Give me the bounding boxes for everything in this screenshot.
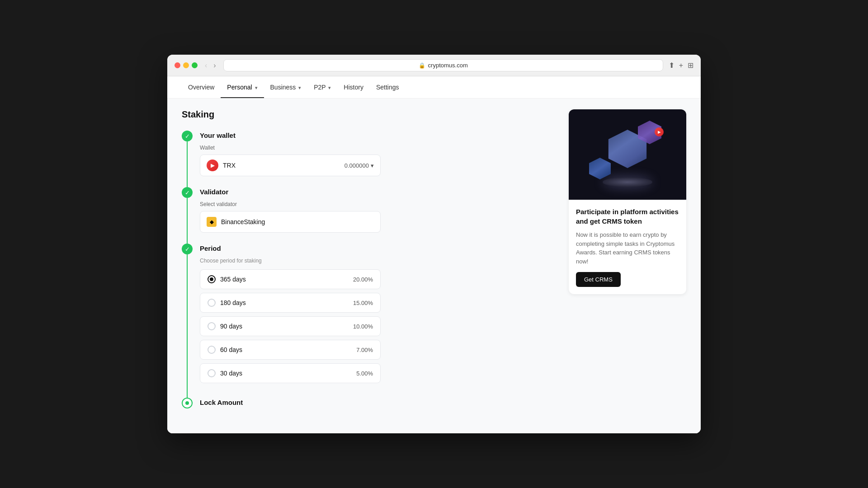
step-lock-left [182,398,193,422]
nav-p2p-label: P2P [314,84,326,91]
binance-icon: ◆ [207,217,217,227]
crypto-visual: ▶ [587,114,668,195]
lock-inner-dot [185,401,189,405]
share-icon[interactable]: ⬆ [669,61,675,70]
period-30-rate: 5.00% [356,370,373,377]
nav-p2p-arrow: ▾ [328,85,331,90]
address-bar[interactable]: 🔒 cryptomus.com [223,59,663,71]
step-validator-left: ✓ [182,187,193,244]
nav-p2p[interactable]: P2P ▾ [307,76,337,98]
browser-actions: ⬆ + ⊞ [669,61,693,70]
radio-365 [208,275,216,283]
period-30-label: 30 days [220,370,242,377]
step-wallet-line [187,141,188,187]
promo-title: Participate in platform activities and g… [576,207,679,226]
maximize-button[interactable] [192,62,198,68]
nav-business[interactable]: Business ▾ [264,76,308,98]
radio-180 [208,299,216,307]
step-wallet-title: Your wallet [200,131,554,139]
step-wallet: ✓ Your wallet Wallet ▶ TRX [182,131,554,187]
period-365-left: 365 days [208,275,246,283]
period-option-60[interactable]: 60 days 7.00% [200,340,381,360]
validator-field-label: Select validator [200,201,554,207]
step-validator-title: Validator [200,187,554,196]
step-period-title: Period [200,244,554,252]
step-period-line [187,254,188,398]
new-tab-icon[interactable]: + [679,61,683,70]
page-title: Staking [182,109,554,120]
wallet-name: TRX [223,162,236,169]
promo-card: ▶ Participate in platform activities and… [569,109,686,294]
validator-name: BinanceStaking [221,218,265,225]
step-validator-content: Validator Select validator ◆ BinanceStak… [200,187,554,244]
step-lock-title: Lock Amount [200,398,554,406]
promo-description: Now it is possible to earn crypto by com… [576,230,679,266]
crystal-platform [603,177,652,187]
wallet-balance: 0.000000 ▾ [344,162,374,169]
period-option-90[interactable]: 90 days 10.00% [200,316,381,336]
radio-90 [208,322,216,330]
minimize-button[interactable] [183,62,189,68]
browser-chrome: ‹ › 🔒 cryptomus.com ⬆ + ⊞ [167,55,701,76]
radio-60 [208,346,216,354]
period-60-left: 60 days [208,346,242,354]
browser-controls: ‹ › [203,61,218,70]
step-period-left: ✓ [182,244,193,398]
period-365-label: 365 days [220,276,246,283]
wallet-selector[interactable]: ▶ TRX 0.000000 ▾ [200,155,381,176]
step-validator: ✓ Validator Select validator ◆ BinanceSt… [182,187,554,244]
period-option-180[interactable]: 180 days 15.00% [200,293,381,313]
promo-image: ▶ [569,109,686,200]
step-period-content: Period Choose period for staking 365 day… [200,244,554,398]
period-60-label: 60 days [220,346,242,353]
close-button[interactable] [175,62,180,68]
nav-settings[interactable]: Settings [370,76,406,98]
promo-body: Participate in platform activities and g… [569,200,686,294]
get-crms-button[interactable]: Get CRMS [576,272,621,287]
nav-overview[interactable]: Overview [182,76,221,98]
period-180-rate: 15.00% [353,300,373,306]
step-wallet-left: ✓ [182,131,193,187]
step-lock-content: Lock Amount [200,398,554,422]
period-365-rate: 20.00% [353,276,373,283]
traffic-lights [175,62,198,68]
nav-personal[interactable]: Personal ▾ [221,76,264,98]
back-button[interactable]: ‹ [203,61,209,70]
period-description: Choose period for staking [200,258,554,264]
page-content: Overview Personal ▾ Business ▾ P2P ▾ His… [167,76,701,433]
step-validator-line [187,198,188,244]
step-validator-icon: ✓ [182,187,193,198]
period-30-left: 30 days [208,369,242,377]
period-180-label: 180 days [220,299,246,306]
step-period: ✓ Period Choose period for staking [182,244,554,398]
top-nav: Overview Personal ▾ Business ▾ P2P ▾ His… [167,76,701,99]
period-option-365[interactable]: 365 days 20.00% [200,269,381,289]
nav-history[interactable]: History [337,76,370,98]
validator-selector[interactable]: ◆ BinanceStaking [200,211,381,233]
nav-business-label: Business [270,84,296,91]
grid-icon[interactable]: ⊞ [688,61,693,70]
period-180-left: 180 days [208,299,246,307]
period-option-30[interactable]: 30 days 5.00% [200,363,381,383]
step-wallet-icon: ✓ [182,131,193,141]
lock-icon: 🔒 [419,62,425,69]
trx-icon: ▶ [207,160,218,171]
period-60-rate: 7.00% [356,347,373,353]
right-panel: ▶ Participate in platform activities and… [569,109,686,422]
wallet-dropdown-arrow: ▾ [371,162,374,169]
radio-365-inner [210,277,213,281]
nav-personal-arrow: ▾ [255,85,258,90]
forward-button[interactable]: › [212,61,217,70]
step-wallet-content: Your wallet Wallet ▶ TRX 0.000000 ▾ [200,131,554,187]
url-text: cryptomus.com [428,62,468,69]
radio-30 [208,369,216,377]
period-90-left: 90 days [208,322,242,330]
left-panel: Staking ✓ Your wallet Wallet [182,109,554,422]
step-lock-icon [182,398,193,408]
nav-business-arrow: ▾ [298,85,301,90]
step-container: ✓ Your wallet Wallet ▶ TRX [182,131,554,422]
main-layout: Staking ✓ Your wallet Wallet [167,99,701,433]
period-90-label: 90 days [220,323,242,330]
step-lock: Lock Amount [182,398,554,422]
wallet-field-label: Wallet [200,145,554,151]
